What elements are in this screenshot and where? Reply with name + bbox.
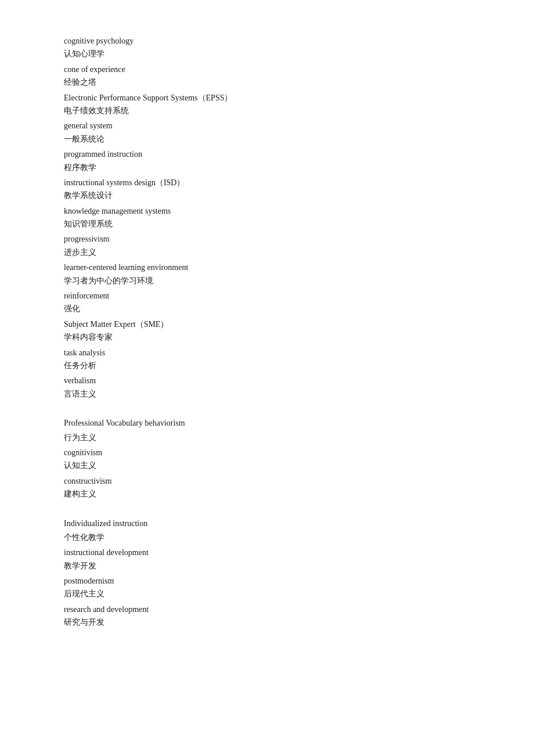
term-english: cognitivism [64,447,470,459]
term-chinese: 学科内容专家 [64,331,470,344]
term-english: instructional development [64,546,470,559]
term-chinese: 认知主义 [64,459,470,472]
list-item: postmodernism后现代主义 [64,575,470,601]
term-english: verbalism [64,375,470,387]
term-english: knowledge management systems [64,205,470,218]
term-english: task analysis [64,347,470,359]
list-item: knowledge management systems知识管理系统 [64,205,470,231]
term-chinese: 进步主义 [64,246,470,259]
term-chinese: 建构主义 [64,488,470,501]
term-chinese: 认知心理学 [64,48,470,60]
term-english: cone of experience [64,63,470,76]
term-chinese: 电子绩效支持系统 [64,105,470,117]
list-item: research and development研究与开发 [64,603,470,629]
term-english: programmed instruction [64,148,470,161]
term-chinese: 学习者为中心的学习环境 [64,275,470,287]
term-english: general system [64,120,470,132]
section2-header: Professional Vocabulary behaviorism [64,417,470,430]
list-item: Electronic Performance Support Systems（E… [64,92,470,118]
term-list-section: cognitive psychology认知心理学cone of experie… [64,35,470,401]
list-item: general system一般系统论 [64,120,470,146]
list-item: cognitivism认知主义 [64,447,470,473]
list-item: 行为主义 [64,431,470,444]
term-chinese: 个性化教学 [64,531,470,544]
term-chinese: 任务分析 [64,359,470,372]
term-english: constructivism [64,475,470,488]
term-english: reinforcement [64,290,470,303]
section2: Professional Vocabulary behaviorism行为主义c… [64,417,470,501]
list-item: cone of experience经验之塔 [64,63,470,89]
list-item: progressivism进步主义 [64,233,470,259]
term-english: postmodernism [64,575,470,588]
term-chinese: 一般系统论 [64,133,470,146]
term-english: Electronic Performance Support Systems（E… [64,92,470,105]
section3: Individualized instruction个性化教学instructi… [64,517,470,629]
term-english: research and development [64,603,470,616]
term-chinese: 程序教学 [64,161,470,174]
term-english: learner-centered learning environment [64,261,470,274]
list-item: reinforcement强化 [64,290,470,316]
list-item: Subject Matter Expert（SME）学科内容专家 [64,318,470,344]
term-chinese: 经验之塔 [64,76,470,89]
list-item: constructivism建构主义 [64,475,470,501]
term-chinese: 教学开发 [64,560,470,573]
term-english: Subject Matter Expert（SME） [64,318,470,331]
term-chinese: 言语主义 [64,388,470,401]
term-chinese: 强化 [64,303,470,315]
term-chinese: 研究与开发 [64,616,470,629]
list-item: instructional development教学开发 [64,546,470,573]
section3-header: Individualized instruction [64,517,470,530]
list-item: instructional systems design（ISD）教学系统设计 [64,177,470,203]
list-item: learner-centered learning environment学习者… [64,261,470,287]
list-item: programmed instruction程序教学 [64,148,470,174]
term-chinese: 行为主义 [64,431,470,444]
term-chinese: 教学系统设计 [64,189,470,202]
term-chinese: 知识管理系统 [64,218,470,231]
list-item: cognitive psychology认知心理学 [64,35,470,61]
term-english: progressivism [64,233,470,246]
list-item: task analysis任务分析 [64,347,470,373]
term-english: cognitive psychology [64,35,470,48]
list-item: 个性化教学 [64,531,470,544]
term-english: instructional systems design（ISD） [64,177,470,189]
term-chinese: 后现代主义 [64,588,470,600]
main-content: cognitive psychology认知心理学cone of experie… [64,35,470,629]
list-item: verbalism言语主义 [64,375,470,401]
